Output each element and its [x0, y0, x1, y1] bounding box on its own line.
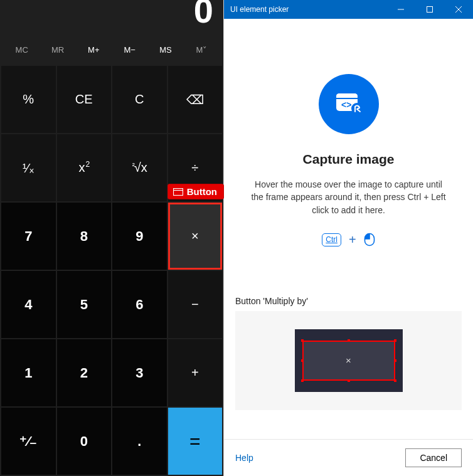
captured-element-label: Button 'Multiply by': [235, 296, 462, 306]
cancel-button[interactable]: Cancel: [405, 448, 462, 467]
handle-mr: [394, 359, 396, 362]
picker-badge-label: Button: [187, 186, 217, 197]
handle-tm: [348, 339, 350, 342]
handle-ml: [301, 359, 304, 362]
shortcut-hint: Ctrl +: [235, 233, 462, 247]
svg-rect-0: [173, 188, 183, 195]
keypad: % CE C ⌫ ¹⁄ₓ x2 ²√x ÷ 7 8 9 × Button 4 5…: [0, 65, 223, 476]
preview-multiply-glyph: ×: [346, 355, 351, 366]
maximize-icon: [427, 6, 433, 13]
key-square[interactable]: x2: [57, 134, 112, 201]
key-ce[interactable]: CE: [57, 66, 112, 133]
key-square-base: x: [78, 161, 85, 175]
key-negate[interactable]: ⁺∕₋: [1, 408, 56, 475]
key-0[interactable]: 0: [57, 408, 112, 475]
key-1[interactable]: 1: [1, 339, 56, 406]
key-percent[interactable]: %: [1, 66, 56, 133]
hero-title: Capture image: [235, 152, 462, 167]
mem-mminus[interactable]: M−: [112, 40, 147, 60]
key-sqrt-sym: √x: [134, 161, 147, 175]
key-5[interactable]: 5: [57, 271, 112, 338]
close-icon: [455, 6, 462, 13]
handle-tl: [301, 339, 304, 342]
calculator-window: 0 MC MR M+ M− MS M˅ % CE C ⌫ ¹⁄ₓ x2 ²√x …: [0, 0, 223, 476]
minimize-button[interactable]: [386, 0, 415, 19]
help-link[interactable]: Help: [235, 453, 253, 463]
key-backspace[interactable]: ⌫: [168, 66, 223, 133]
capture-icon: <>: [334, 92, 363, 117]
key-multiply-glyph: ×: [191, 229, 199, 243]
window-icon: [173, 188, 183, 196]
handle-tr: [394, 339, 396, 342]
key-2[interactable]: 2: [57, 339, 112, 406]
key-sqrt[interactable]: ²√x: [112, 134, 167, 201]
svg-text:<>: <>: [341, 100, 351, 110]
hero-section: <> Capture image Hover the mouse over th…: [235, 30, 462, 247]
key-7[interactable]: 7: [1, 203, 56, 270]
key-plus[interactable]: +: [168, 339, 223, 406]
ui-element-picker-window: UI element picker <>: [223, 0, 473, 476]
close-button[interactable]: [444, 0, 473, 19]
maximize-button[interactable]: [415, 0, 444, 19]
key-9[interactable]: 9: [112, 203, 167, 270]
key-decimal[interactable]: .: [112, 408, 167, 475]
key-equals[interactable]: =: [168, 408, 223, 475]
key-sqrt-pre: ²: [132, 161, 135, 170]
minimize-icon: [398, 6, 404, 13]
handle-bl: [301, 379, 304, 382]
picker-badge: Button: [167, 184, 224, 199]
ctrl-key-hint: Ctrl: [322, 233, 341, 246]
preview-box: ×: [235, 311, 462, 410]
key-minus[interactable]: −: [168, 271, 223, 338]
svg-rect-3: [427, 7, 433, 13]
footer: Help Cancel: [224, 439, 473, 476]
key-4[interactable]: 4: [1, 271, 56, 338]
handle-br: [394, 379, 396, 382]
preview-image: ×: [295, 329, 403, 392]
memory-row: MC MR M+ M− MS M˅: [0, 34, 223, 65]
mem-mplus[interactable]: M+: [76, 40, 112, 60]
handle-bm: [348, 379, 350, 382]
key-multiply[interactable]: × Button: [168, 203, 223, 270]
mem-ms[interactable]: MS: [147, 40, 183, 60]
key-clear[interactable]: C: [112, 66, 167, 133]
title-bar: UI element picker: [224, 0, 473, 19]
svg-rect-8: [336, 98, 358, 99]
key-3[interactable]: 3: [112, 339, 167, 406]
key-8[interactable]: 8: [57, 203, 112, 270]
key-6[interactable]: 6: [112, 271, 167, 338]
picker-body: <> Capture image Hover the mouse over th…: [224, 19, 473, 439]
mouse-left-click-icon: [364, 233, 375, 246]
calc-display: 0: [0, 0, 223, 34]
hero-icon-circle: <>: [319, 74, 379, 134]
window-title: UI element picker: [224, 5, 386, 14]
key-reciprocal[interactable]: ¹⁄ₓ: [1, 134, 56, 201]
mem-mr: MR: [40, 40, 75, 60]
key-square-exp: 2: [85, 160, 90, 169]
hero-description: Hover the mouse over the image to captur…: [248, 178, 449, 216]
mem-mc: MC: [4, 40, 40, 60]
plus-icon: +: [349, 233, 356, 247]
mem-mlist: M˅: [184, 40, 220, 60]
